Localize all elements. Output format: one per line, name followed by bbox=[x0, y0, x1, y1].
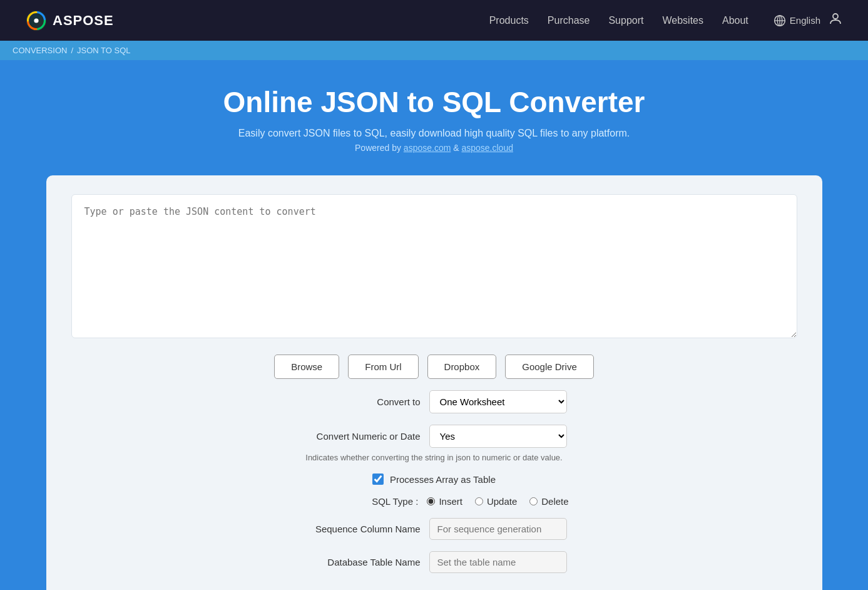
globe-icon bbox=[774, 14, 786, 27]
nav-websites[interactable]: Websites bbox=[662, 15, 703, 26]
from-url-button[interactable]: From Url bbox=[348, 355, 418, 379]
svg-point-1 bbox=[34, 18, 38, 23]
hero-section: Online JSON to SQL Converter Easily conv… bbox=[0, 60, 868, 175]
db-table-label: Database Table Name bbox=[302, 557, 421, 567]
process-array-row: Processes Array as Table bbox=[372, 474, 496, 485]
json-input[interactable] bbox=[71, 194, 797, 338]
language-selector[interactable]: English bbox=[774, 14, 820, 27]
options-section: Convert to One Worksheet Multiple Worksh… bbox=[71, 390, 797, 573]
breadcrumb-conversion[interactable]: CONVERSION bbox=[13, 46, 67, 55]
sql-type-label: SQL Type : bbox=[299, 496, 418, 507]
convert-to-label: Convert to bbox=[302, 396, 421, 407]
nav-logo[interactable]: ASPOSE bbox=[25, 9, 114, 32]
nav-products[interactable]: Products bbox=[489, 15, 529, 26]
sql-type-update[interactable]: Update bbox=[475, 496, 517, 507]
numeric-date-select[interactable]: Yes No bbox=[429, 425, 567, 448]
sql-type-row: SQL Type : Insert Update Delete bbox=[299, 496, 568, 507]
db-table-row: Database Table Name bbox=[302, 551, 567, 573]
sequence-col-input[interactable] bbox=[429, 518, 567, 540]
breadcrumb: CONVERSION / JSON TO SQL bbox=[0, 41, 868, 60]
sequence-col-label: Sequence Column Name bbox=[302, 524, 421, 534]
aspose-logo-icon bbox=[25, 9, 48, 32]
page-title: Online JSON to SQL Converter bbox=[13, 85, 855, 119]
convert-to-row: Convert to One Worksheet Multiple Worksh… bbox=[302, 390, 567, 413]
dropbox-button[interactable]: Dropbox bbox=[427, 355, 497, 379]
db-table-input[interactable] bbox=[429, 551, 567, 573]
breadcrumb-separator: / bbox=[71, 46, 73, 55]
breadcrumb-current: JSON TO SQL bbox=[77, 46, 131, 55]
nav-right: English bbox=[774, 11, 843, 30]
google-drive-button[interactable]: Google Drive bbox=[505, 355, 594, 379]
aspose-com-link[interactable]: aspose.com bbox=[404, 143, 451, 153]
aspose-cloud-link[interactable]: aspose.cloud bbox=[461, 143, 513, 153]
numeric-date-label: Convert Numeric or Date bbox=[302, 431, 421, 442]
process-array-checkbox[interactable] bbox=[372, 474, 384, 485]
numeric-date-row: Convert Numeric or Date Yes No bbox=[302, 425, 567, 448]
nav-links: Products Purchase Support Websites About bbox=[489, 15, 748, 26]
browse-button[interactable]: Browse bbox=[274, 355, 339, 379]
convert-to-select[interactable]: One Worksheet Multiple Worksheets bbox=[429, 390, 567, 413]
nav-support[interactable]: Support bbox=[608, 15, 643, 26]
nav-purchase[interactable]: Purchase bbox=[548, 15, 590, 26]
navbar: ASPOSE Products Purchase Support Website… bbox=[0, 0, 868, 41]
powered-by: Powered by aspose.com & aspose.cloud bbox=[13, 143, 855, 153]
converter-card: Browse From Url Dropbox Google Drive Con… bbox=[46, 175, 822, 590]
upload-buttons: Browse From Url Dropbox Google Drive bbox=[71, 355, 797, 379]
nav-about[interactable]: About bbox=[722, 15, 748, 26]
svg-point-6 bbox=[833, 14, 838, 19]
sequence-col-row: Sequence Column Name bbox=[302, 518, 567, 540]
hero-subtitle: Easily convert JSON files to SQL, easily… bbox=[13, 128, 855, 139]
numeric-date-hint: Indicates whether converting the string … bbox=[305, 453, 562, 462]
sql-type-insert[interactable]: Insert bbox=[427, 496, 462, 507]
user-icon[interactable] bbox=[828, 11, 843, 30]
language-label: English bbox=[790, 15, 820, 26]
process-array-label[interactable]: Processes Array as Table bbox=[390, 474, 496, 485]
sql-type-delete[interactable]: Delete bbox=[529, 496, 568, 507]
sql-type-radios: Insert Update Delete bbox=[427, 496, 568, 507]
logo-text: ASPOSE bbox=[53, 13, 114, 29]
